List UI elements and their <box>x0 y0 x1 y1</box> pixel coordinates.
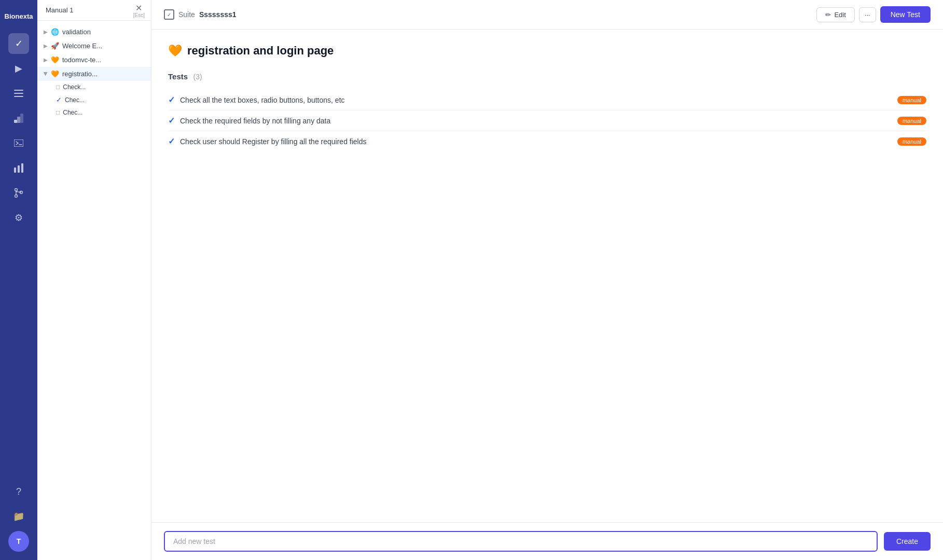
checkmark-icon: ✓ <box>56 96 62 104</box>
new-test-button[interactable]: New Test <box>880 6 931 23</box>
test-badge-3: manual <box>897 137 926 146</box>
sub-item-label-check2: Chec... <box>65 96 85 104</box>
sidebar-item-label-todomvc: todomvc-te... <box>62 56 101 64</box>
nav-check-icon[interactable]: ✓ <box>8 33 29 54</box>
chevron-right-icon2: ▶ <box>44 43 48 49</box>
test-label-1: Check all the text boxes, radio buttons,… <box>180 96 892 104</box>
sidebar-item-label-welcome: Welcome E... <box>62 42 102 50</box>
main-content: ✓ Suite Ssssssss1 ✏ Edit ··· New Test 🧡 … <box>151 0 943 560</box>
nav-play-icon[interactable]: ▶ <box>8 58 29 79</box>
test-item-2[interactable]: ✓ Check the required fields by not filli… <box>168 110 926 131</box>
validation-emoji: 🌐 <box>51 28 59 36</box>
sidebar-sub-item-check2[interactable]: ✓ Chec... <box>37 93 151 106</box>
svg-point-10 <box>15 188 18 191</box>
svg-rect-3 <box>14 120 17 123</box>
sidebar-title: Manual 1 <box>46 6 73 14</box>
sub-item-label-check3: Chec... <box>63 109 82 116</box>
nav-branch-icon[interactable] <box>8 183 29 203</box>
svg-rect-8 <box>18 165 20 173</box>
app-logo: Bionexta <box>3 8 35 25</box>
header-actions: ✏ Edit ··· New Test <box>816 6 931 23</box>
chevron-right-icon3: ▶ <box>44 57 48 63</box>
tests-list: ✓ Check all the text boxes, radio button… <box>168 90 926 151</box>
page-body: 🧡 registration and login page Tests (3) … <box>151 30 943 522</box>
sidebar: Manual 1 ✕ [Esc] ▶ 🌐 validation ▶ 🚀 Welc… <box>37 0 151 560</box>
svg-rect-5 <box>20 114 23 123</box>
svg-rect-1 <box>14 93 23 94</box>
sidebar-item-validation[interactable]: ▶ 🌐 validation <box>37 25 151 39</box>
sidebar-item-label-validation: validation <box>62 28 91 36</box>
close-x-icon: ✕ <box>135 4 142 12</box>
main-header: ✓ Suite Ssssssss1 ✏ Edit ··· New Test <box>151 0 943 30</box>
nav-list-icon[interactable] <box>8 83 29 104</box>
chevron-right-icon: ▶ <box>44 29 48 35</box>
nav-terminal-icon[interactable] <box>8 133 29 153</box>
svg-rect-2 <box>14 96 23 97</box>
welcome-emoji: 🚀 <box>51 42 59 50</box>
svg-rect-9 <box>21 163 23 173</box>
test-check-icon-3: ✓ <box>168 136 175 146</box>
test-item-1[interactable]: ✓ Check all the text boxes, radio button… <box>168 90 926 110</box>
test-label-2: Check the required fields by not filling… <box>180 117 892 125</box>
nav-chart-icon[interactable] <box>8 158 29 178</box>
tests-section-header: Tests (3) <box>168 72 926 81</box>
breadcrumb-suite-label: Suite <box>178 10 195 19</box>
nav-bar: Bionexta ✓ ▶ ⚙ ? 📁 T <box>0 0 37 560</box>
tests-label: Tests <box>168 72 188 81</box>
nav-steps-icon[interactable] <box>8 108 29 129</box>
edit-button[interactable]: ✏ Edit <box>816 7 854 22</box>
nav-help-icon[interactable]: ? <box>8 481 29 502</box>
sub-item-label-check1: Check... <box>63 83 86 91</box>
checkbox-empty-icon: □ <box>56 83 60 91</box>
sidebar-items: ▶ 🌐 validation ▶ 🚀 Welcome E... ▶ 🧡 todo… <box>37 21 151 560</box>
tests-count: (3) <box>193 73 202 81</box>
edit-pencil-icon: ✏ <box>825 11 831 19</box>
close-esc-label: [Esc] <box>133 12 145 18</box>
svg-rect-7 <box>14 167 16 173</box>
sidebar-header: Manual 1 ✕ [Esc] <box>37 0 151 21</box>
sidebar-item-label-registration: registratio... <box>62 70 98 78</box>
sidebar-item-registration[interactable]: ▶ 🧡 registratio... <box>37 67 151 81</box>
checkbox-empty-icon2: □ <box>56 109 60 116</box>
svg-rect-0 <box>14 90 23 91</box>
ellipsis-icon: ··· <box>865 11 870 19</box>
todomvc-emoji: 🧡 <box>51 56 59 64</box>
page-title-text: registration and login page <box>187 44 334 58</box>
more-options-button[interactable]: ··· <box>859 7 876 22</box>
bottom-bar: Create <box>151 522 943 560</box>
test-badge-1: manual <box>897 96 926 104</box>
test-item-3[interactable]: ✓ Check user should Register by filling … <box>168 131 926 151</box>
nav-folder-icon[interactable]: 📁 <box>8 506 29 527</box>
test-badge-2: manual <box>897 117 926 125</box>
sidebar-sub-item-check1[interactable]: □ Check... <box>37 81 151 93</box>
svg-rect-4 <box>17 117 20 123</box>
sidebar-item-todomvc[interactable]: ▶ 🧡 todomvc-te... <box>37 53 151 67</box>
breadcrumb-suite-name: Ssssssss1 <box>199 10 237 19</box>
breadcrumb: ✓ Suite Ssssssss1 <box>164 9 237 20</box>
svg-point-11 <box>15 194 18 197</box>
sidebar-item-welcome[interactable]: ▶ 🚀 Welcome E... <box>37 39 151 53</box>
nav-settings-icon[interactable]: ⚙ <box>8 207 29 228</box>
page-title: 🧡 registration and login page <box>168 44 926 58</box>
suite-checkbox-icon: ✓ <box>164 9 174 20</box>
create-button[interactable]: Create <box>884 532 931 551</box>
registration-emoji: 🧡 <box>51 70 59 78</box>
sidebar-close-button[interactable]: ✕ [Esc] <box>133 4 145 18</box>
test-check-icon-2: ✓ <box>168 116 175 125</box>
test-check-icon-1: ✓ <box>168 95 175 105</box>
sidebar-sub-item-check3[interactable]: □ Chec... <box>37 106 151 119</box>
page-title-emoji: 🧡 <box>168 44 182 58</box>
chevron-down-icon: ▶ <box>43 72 49 76</box>
test-label-3: Check user should Register by filling al… <box>180 137 892 146</box>
nav-user-avatar[interactable]: T <box>8 531 29 552</box>
add-test-input[interactable] <box>164 531 878 552</box>
